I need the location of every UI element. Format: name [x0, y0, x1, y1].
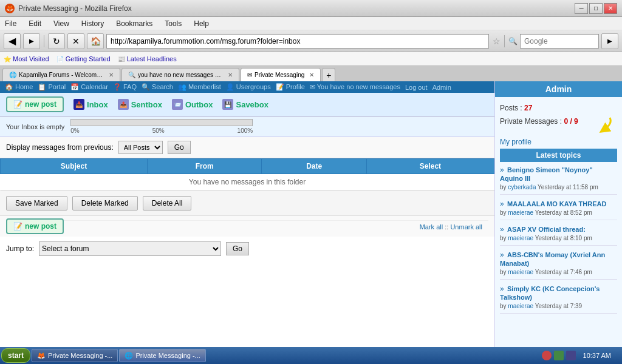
new-post-button-top[interactable]: 📝 new post [6, 96, 64, 112]
forum-main: 🏠 Home 📋 Portal 📅 Calendar ❓ FAQ 🔍 Searc… [0, 81, 494, 351]
col-select: Select [366, 159, 494, 174]
arrow-annotation-area [495, 133, 622, 135]
topic-2-author[interactable]: maeierae [508, 209, 533, 216]
nav-no-messages[interactable]: ✉ You have no new messages [310, 83, 400, 91]
savebox-tab[interactable]: 💾 Savebox [222, 99, 268, 110]
topic-1-meta: by cyberkada Yesterday at 11:58 pm [500, 184, 617, 190]
menu-edit[interactable]: Edit [26, 18, 44, 29]
bookmark-getting-started[interactable]: 📄Getting Started [56, 55, 111, 62]
browser-search-input[interactable] [520, 34, 599, 49]
back-button[interactable]: ◀ [4, 33, 21, 49]
jump-select[interactable]: Select a forum [39, 241, 221, 256]
nav-home[interactable]: 🏠 Home [5, 83, 33, 91]
tab-2-close[interactable]: ✕ [228, 72, 233, 78]
menu-view[interactable]: View [51, 18, 72, 29]
bookmark-star-icon[interactable]: ☆ [493, 36, 501, 46]
taskbar-item-2[interactable]: 🌐 Private Messaging -... [119, 349, 205, 362]
save-marked-button[interactable]: Save Marked [6, 196, 67, 211]
browser-icon: 🦊 [5, 4, 15, 13]
topic-1-title: » Benigno Simeon "Noynoy" Aquino III [500, 166, 617, 183]
nav-logout[interactable]: Log out [405, 84, 428, 91]
stop-button[interactable]: ✕ [67, 33, 84, 49]
menu-tools[interactable]: Tools [162, 18, 184, 29]
taskbar-item-1-label: Private Messaging -... [48, 352, 112, 359]
display-go-button[interactable]: Go [168, 141, 191, 154]
topic-2-link[interactable]: MAALAALA MO KAYA THREAD [507, 200, 606, 207]
menu-bookmarks[interactable]: Bookmarks [114, 18, 155, 29]
topic-3-link[interactable]: ASAP XV Official thread: [507, 226, 586, 233]
delete-marked-button[interactable]: Delete Marked [72, 196, 138, 211]
nav-memberlist[interactable]: 👥 Memberlist [178, 83, 221, 91]
topic-3: » ASAP XV Official thread: by maeierae Y… [500, 225, 617, 246]
nav-search[interactable]: 🔍 Search [142, 83, 173, 91]
topic-1-author[interactable]: cyberkada [508, 184, 536, 190]
topic-3-time: Yesterday at 8:10 pm [535, 235, 592, 241]
topic-4-author[interactable]: maeierae [508, 269, 533, 275]
new-post-button-bottom[interactable]: 📝 new post [6, 218, 64, 234]
tab-3-icon: ✉ [247, 72, 252, 78]
jump-go-button[interactable]: Go [226, 242, 249, 255]
bookmark-latest-headlines[interactable]: 📰Latest Headlines [118, 55, 177, 62]
nav-calendar[interactable]: 📅 Calendar [70, 83, 108, 91]
progress-labels: 0% 50% 100% [70, 127, 253, 134]
display-options: Display messages from previous: All Post… [0, 137, 494, 158]
outbox-tab[interactable]: 📨 Outbox [172, 99, 213, 110]
topic-3-title: » ASAP XV Official thread: [500, 225, 617, 234]
topic-3-author[interactable]: maeierae [508, 235, 533, 241]
bookmark-most-visited[interactable]: ⭐Most Visited [4, 55, 49, 62]
tab-2-label: you have no new messages - Search [138, 72, 223, 78]
tab-3[interactable]: ✉ Private Messaging ✕ [241, 68, 321, 81]
nav-portal[interactable]: 📋 Portal [38, 83, 66, 91]
forum-nav: 🏠 Home 📋 Portal 📅 Calendar ❓ FAQ 🔍 Searc… [0, 81, 494, 93]
browser-title: Private Messaging - Mozilla Firefox [18, 4, 132, 13]
taskbar-item-1[interactable]: 🦊 Private Messaging -... [32, 349, 118, 362]
reload-button[interactable]: ↻ [48, 33, 65, 49]
inbox-icon: 📥 [73, 99, 84, 110]
topic-1-link[interactable]: Benigno Simeon "Noynoy" Aquino III [500, 166, 593, 182]
col-date: Date [262, 159, 366, 174]
close-button[interactable]: ✕ [604, 3, 617, 14]
unmark-all-link[interactable]: Unmark all [450, 223, 482, 231]
nav-admin[interactable]: Admin [432, 84, 451, 91]
browser-search-button[interactable]: ▶ [601, 33, 618, 49]
menu-file[interactable]: File [2, 18, 19, 29]
mark-all-link[interactable]: Mark all [420, 223, 443, 231]
forward-button[interactable]: ▶ [23, 33, 40, 49]
inbox-empty-text: Your Inbox is empty [6, 123, 64, 130]
pm-label: Private Messages [500, 117, 558, 126]
maximize-button[interactable]: □ [589, 3, 603, 14]
topic-5-link[interactable]: Simply KC (KC Concepcion's Talkshow) [500, 285, 600, 301]
tab-1[interactable]: 🌐 Kapamilya Forums - Welcome to your a..… [2, 68, 120, 81]
sidebar-topics: Latest topics » Benigno Simeon "Noynoy" … [495, 149, 622, 323]
nav-usergroups[interactable]: 👤 Usergroups [226, 83, 271, 91]
tab-1-close[interactable]: ✕ [109, 72, 114, 78]
page-content: 🏠 Home 📋 Portal 📅 Calendar ❓ FAQ 🔍 Searc… [0, 81, 622, 351]
topic-5-author[interactable]: maeierae [508, 303, 533, 309]
sidebar-admin-label: Admin [495, 81, 622, 97]
menu-help[interactable]: Help [191, 18, 211, 29]
jump-section: Jump to: Select a forum Go [0, 237, 494, 261]
browser-toolbar: ◀ ▶ ↻ ✕ 🏠 ☆ 🔍 ▶ [0, 30, 622, 52]
tab-3-close[interactable]: ✕ [309, 72, 314, 78]
display-label: Display messages from previous: [6, 143, 114, 152]
topic-4-link[interactable]: ABS-CBN's Momay (Xvriel Ann Manabat) [500, 251, 605, 267]
minimize-button[interactable]: ─ [575, 3, 588, 14]
delete-all-button[interactable]: Delete All [143, 196, 192, 211]
my-profile-link[interactable]: My profile [500, 138, 531, 146]
progress-bar [70, 119, 253, 126]
nav-faq[interactable]: ❓ FAQ [113, 83, 137, 91]
sentbox-tab[interactable]: 📤 Sentbox [118, 99, 162, 110]
home-button[interactable]: 🏠 [87, 33, 104, 49]
topic-1-time: Yesterday at 11:58 pm [538, 184, 598, 190]
nav-profile[interactable]: 📝 Profile [276, 83, 305, 91]
start-button[interactable]: start [1, 348, 30, 363]
display-select[interactable]: All Posts [118, 141, 163, 154]
topic-2-time: Yesterday at 8:52 pm [535, 209, 592, 216]
menu-history[interactable]: History [79, 18, 106, 29]
new-post-bottom-icon: 📝 [13, 222, 22, 231]
new-tab-button[interactable]: + [322, 68, 335, 81]
inbox-tab[interactable]: 📥 Inbox [73, 99, 108, 110]
topic-4-time: Yesterday at 7:46 pm [535, 269, 592, 275]
tab-2[interactable]: 🔍 you have no new messages - Search ✕ [121, 68, 239, 81]
address-bar[interactable] [106, 34, 489, 49]
